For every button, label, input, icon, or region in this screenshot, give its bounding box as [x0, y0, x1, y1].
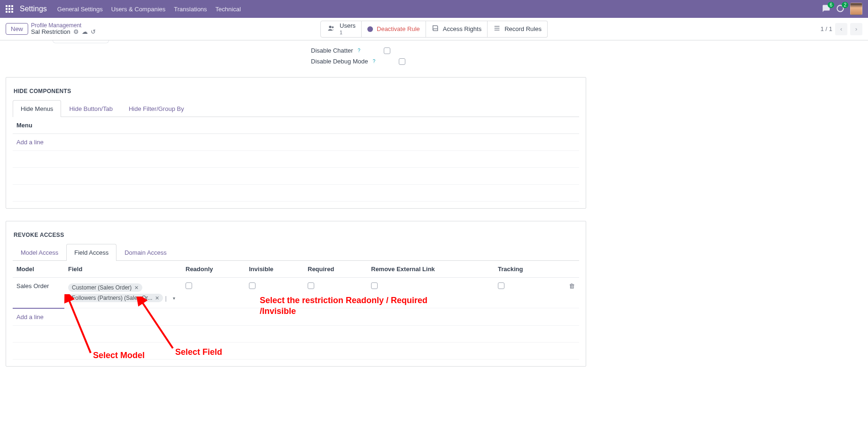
stat-buttons: Users 1 Deactivate Rule Access Rights Re… — [320, 21, 548, 38]
tab-hide-filter-groupby[interactable]: Hide Filter/Group By — [121, 100, 192, 117]
checkbox-tracking[interactable] — [498, 282, 504, 289]
col-readonly: Readonly — [182, 261, 245, 278]
field-access-table: Model Field Readonly Invisible Required … — [13, 261, 579, 360]
pager: 1 / 1 ‹ › — [821, 23, 862, 35]
stat-users-label: Users — [340, 23, 356, 29]
cloud-save-icon[interactable]: ☁ — [82, 29, 88, 35]
tag-followers[interactable]: Followers (Partners) (Sales Or... ✕ — [68, 294, 163, 302]
pager-text: 1 / 1 — [821, 25, 832, 32]
tag-remove-icon[interactable]: ✕ — [155, 295, 159, 301]
messaging-icon[interactable]: 6 — [822, 4, 830, 14]
hide-components-tabs: Hide Menus Hide Button/Tab Hide Filter/G… — [13, 100, 579, 117]
tab-hide-button-tab[interactable]: Hide Button/Tab — [61, 100, 121, 117]
help-icon[interactable]: ? — [372, 59, 375, 64]
breadcrumb-record: Sal Restriction — [31, 29, 70, 35]
nav-general-settings[interactable]: General Settings — [57, 6, 103, 13]
hide-menus-table: Menu Add a line — [13, 117, 579, 202]
checkbox-required[interactable] — [308, 282, 314, 289]
field-disable-chatter: Disable Chatter ? — [311, 47, 586, 54]
access-rights-label: Access Rights — [443, 25, 481, 32]
deactivate-label: Deactivate Rule — [377, 25, 420, 32]
access-rights-button[interactable]: Access Rights — [426, 21, 488, 38]
stat-users-count: 1 — [340, 30, 356, 35]
apps-menu-icon[interactable] — [6, 5, 13, 13]
svg-point-1 — [329, 26, 331, 28]
status-dot-icon — [367, 26, 373, 32]
app-title[interactable]: Settings — [20, 5, 47, 13]
revoke-access-card: REVOKE ACCESS Model Access Field Access … — [6, 221, 586, 367]
add-line-field-access[interactable]: Add a line — [16, 313, 44, 321]
activities-badge: 2 — [842, 2, 848, 8]
tag-customer[interactable]: Customer (Sales Order) ✕ — [68, 283, 142, 292]
svg-point-2 — [332, 26, 333, 28]
col-required: Required — [304, 261, 367, 278]
delete-row-icon[interactable]: 🗑 — [569, 282, 575, 289]
messaging-badge: 6 — [828, 2, 834, 8]
discard-icon[interactable]: ↺ — [91, 29, 96, 35]
col-remove-link: Remove External Link — [367, 261, 494, 278]
users-icon — [326, 24, 336, 33]
list-icon — [493, 24, 501, 33]
label-disable-chatter: Disable Chatter — [311, 47, 353, 54]
revoke-access-tabs: Model Access Field Access Domain Access — [13, 244, 579, 261]
field-tags-input[interactable]: Customer (Sales Order) ✕ Followers (Part… — [68, 282, 178, 303]
table-row: Sales Order Customer (Sales Order) ✕ Fol… — [13, 278, 579, 308]
checkbox-readonly[interactable] — [186, 282, 192, 289]
col-menu: Menu — [13, 117, 579, 134]
new-button[interactable]: New — [6, 23, 28, 35]
checkbox-invisible[interactable] — [249, 282, 256, 289]
col-invisible: Invisible — [245, 261, 304, 278]
cell-model[interactable]: Sales Order — [16, 282, 49, 289]
gear-icon[interactable]: ⚙ — [73, 29, 79, 35]
pager-prev[interactable]: ‹ — [835, 23, 847, 35]
tab-domain-access[interactable]: Domain Access — [116, 244, 175, 261]
deactivate-rule-button[interactable]: Deactivate Rule — [362, 21, 426, 38]
activities-icon[interactable]: 2 — [836, 4, 845, 14]
dropdown-caret-icon[interactable]: ▾ — [170, 296, 178, 301]
nav-technical[interactable]: Technical — [216, 6, 241, 13]
nav-translations[interactable]: Translations — [174, 6, 207, 13]
tag-remove-icon[interactable]: ✕ — [134, 285, 139, 291]
col-field: Field — [64, 261, 182, 278]
record-rules-label: Record Rules — [504, 25, 542, 32]
checkbox-remove-link[interactable] — [371, 282, 378, 289]
col-tracking: Tracking — [494, 261, 565, 278]
book-icon — [432, 24, 439, 33]
cutoff-element — [53, 40, 109, 43]
tab-hide-menus[interactable]: Hide Menus — [13, 100, 61, 117]
control-bar: New Profile Management Sal Restriction ⚙… — [0, 18, 868, 40]
label-disable-debug: Disable Debug Mode — [311, 58, 368, 65]
col-model: Model — [13, 261, 64, 278]
add-line-hide-menus[interactable]: Add a line — [16, 139, 44, 146]
nav-users-companies[interactable]: Users & Companies — [111, 6, 166, 13]
hide-components-title: HIDE COMPONENTS — [6, 78, 586, 100]
tab-model-access[interactable]: Model Access — [13, 244, 66, 261]
breadcrumb-parent[interactable]: Profile Management — [31, 23, 96, 29]
form-scroll[interactable]: Disable Chatter ? Disable Debug Mode ? H… — [0, 40, 868, 438]
stat-users[interactable]: Users 1 — [320, 21, 362, 38]
record-rules-button[interactable]: Record Rules — [488, 21, 548, 38]
tab-field-access[interactable]: Field Access — [66, 244, 116, 261]
checkbox-disable-chatter[interactable] — [384, 47, 390, 54]
checkbox-disable-debug[interactable] — [399, 58, 405, 65]
field-disable-debug: Disable Debug Mode ? — [311, 58, 586, 65]
user-avatar[interactable] — [850, 3, 862, 15]
breadcrumb: Profile Management Sal Restriction ⚙ ☁ ↺ — [31, 23, 96, 35]
top-nav: Settings General Settings Users & Compan… — [0, 0, 868, 18]
help-icon[interactable]: ? — [358, 48, 361, 53]
hide-components-card: HIDE COMPONENTS Hide Menus Hide Button/T… — [6, 77, 586, 209]
revoke-access-title: REVOKE ACCESS — [6, 221, 586, 244]
pager-next[interactable]: › — [850, 23, 862, 35]
